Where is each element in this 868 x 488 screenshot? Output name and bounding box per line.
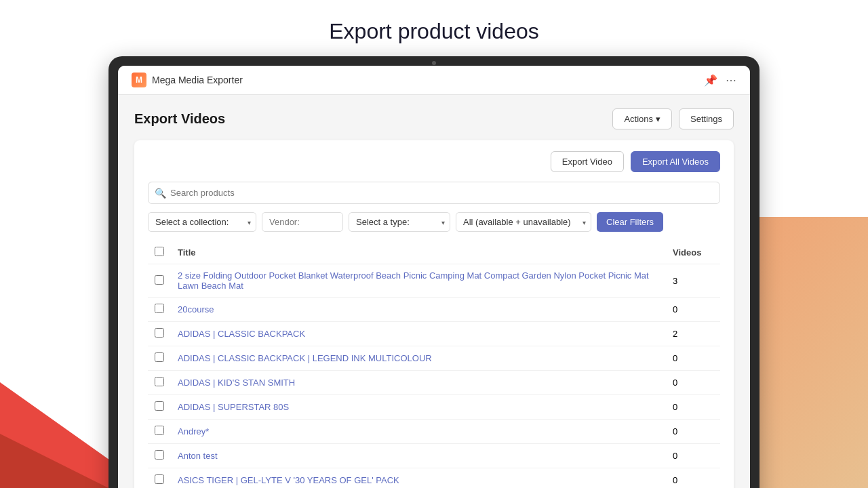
table-row: 20course0	[148, 298, 720, 322]
row-videos-count: 0	[666, 468, 720, 489]
search-container: 🔍	[148, 182, 720, 204]
product-title-link[interactable]: Andrey*	[178, 426, 209, 436]
vendor-filter-wrapper	[262, 212, 343, 232]
main-content: Export Videos Actions ▾ Settings Export …	[118, 95, 750, 488]
settings-button[interactable]: Settings	[679, 108, 734, 129]
tablet-screen: M Mega Media Exporter 📌 ⋯ Export Videos …	[118, 66, 750, 488]
row-title: ADIDAS | SUPERSTAR 80S	[171, 395, 666, 420]
row-checkbox[interactable]	[155, 426, 164, 435]
collection-filter[interactable]: Select a collection:	[148, 212, 256, 232]
row-checkbox[interactable]	[155, 450, 164, 460]
content-card: Export Video Export All Videos 🔍 Select …	[134, 140, 734, 488]
collection-filter-wrapper: Select a collection: ▾	[148, 212, 256, 232]
product-title-link[interactable]: ASICS TIGER | GEL-LYTE V '30 YEARS OF GE…	[178, 475, 399, 485]
row-checkbox-cell	[148, 264, 171, 298]
select-all-checkbox-header	[148, 241, 171, 264]
clear-filters-button[interactable]: Clear Filters	[597, 212, 663, 232]
row-checkbox[interactable]	[155, 401, 164, 411]
header-buttons: Actions ▾ Settings	[612, 108, 734, 129]
row-checkbox[interactable]	[155, 304, 164, 313]
page-subtitle: Export Videos	[134, 111, 225, 127]
row-videos-count: 0	[666, 444, 720, 468]
page-subheader: Export Videos Actions ▾ Settings	[134, 108, 734, 129]
row-videos-count: 0	[666, 371, 720, 395]
page-heading: Export product videos	[0, 0, 868, 56]
product-table-body: 2 size Folding Outdoor Pocket Blanket Wa…	[148, 264, 720, 489]
type-filter[interactable]: Select a type:	[349, 212, 450, 232]
table-row: 2 size Folding Outdoor Pocket Blanket Wa…	[148, 264, 720, 298]
table-header-row: Title Videos	[148, 241, 720, 264]
table-row: ADIDAS | SUPERSTAR 80S0	[148, 395, 720, 420]
more-options-icon[interactable]: ⋯	[726, 74, 736, 87]
tablet-camera	[432, 61, 436, 65]
app-header-actions: 📌 ⋯	[704, 74, 736, 87]
row-checkbox[interactable]	[155, 474, 164, 484]
app-title: Mega Media Exporter	[152, 75, 243, 85]
row-checkbox-cell	[148, 346, 171, 371]
actions-chevron-icon: ▾	[656, 114, 660, 124]
row-videos-count: 0	[666, 395, 720, 420]
table-row: ADIDAS | CLASSIC BACKPACK2	[148, 322, 720, 346]
row-title: ADIDAS | KID'S STAN SMITH	[171, 371, 666, 395]
row-title: Andrey*	[171, 420, 666, 444]
actions-button[interactable]: Actions ▾	[612, 108, 672, 129]
product-title-link[interactable]: ADIDAS | CLASSIC BACKPACK | LEGEND INK M…	[178, 353, 432, 363]
row-checkbox[interactable]	[155, 275, 164, 285]
table-row: ADIDAS | CLASSIC BACKPACK | LEGEND INK M…	[148, 346, 720, 371]
row-checkbox-cell	[148, 371, 171, 395]
title-column-header: Title	[171, 241, 666, 264]
videos-column-header: Videos	[666, 241, 720, 264]
type-filter-wrapper: Select a type: ▾	[349, 212, 450, 232]
table-row: ADIDAS | KID'S STAN SMITH0	[148, 371, 720, 395]
product-title-link[interactable]: ADIDAS | SUPERSTAR 80S	[178, 402, 289, 412]
row-title: 20course	[171, 298, 666, 322]
row-title: ASICS TIGER | GEL-LYTE V '30 YEARS OF GE…	[171, 468, 666, 489]
row-title: Anton test	[171, 444, 666, 468]
row-checkbox-cell	[148, 468, 171, 489]
select-all-checkbox[interactable]	[155, 247, 164, 256]
product-title-link[interactable]: ADIDAS | KID'S STAN SMITH	[178, 378, 295, 388]
product-table: Title Videos 2 size Folding Outdoor Pock…	[148, 241, 720, 488]
app-logo-icon: M	[132, 73, 146, 87]
card-top-bar: Export Video Export All Videos	[148, 151, 720, 172]
row-checkbox-cell	[148, 420, 171, 444]
row-title: ADIDAS | CLASSIC BACKPACK	[171, 322, 666, 346]
row-videos-count: 0	[666, 298, 720, 322]
table-row: Andrey*0	[148, 420, 720, 444]
row-videos-count: 2	[666, 322, 720, 346]
table-row: Anton test0	[148, 444, 720, 468]
product-title-link[interactable]: Anton test	[178, 451, 218, 461]
row-checkbox-cell	[148, 444, 171, 468]
export-all-videos-button[interactable]: Export All Videos	[631, 151, 720, 172]
availability-filter[interactable]: All (available + unavailable)	[456, 212, 591, 232]
product-title-link[interactable]: 20course	[178, 304, 214, 314]
row-title: 2 size Folding Outdoor Pocket Blanket Wa…	[171, 264, 666, 298]
availability-filter-wrapper: All (available + unavailable) ▾	[456, 212, 591, 232]
row-checkbox[interactable]	[155, 352, 164, 362]
product-title-link[interactable]: 2 size Folding Outdoor Pocket Blanket Wa…	[178, 270, 649, 291]
filters-row: Select a collection: ▾ Select a type: ▾	[148, 212, 720, 232]
table-row: ASICS TIGER | GEL-LYTE V '30 YEARS OF GE…	[148, 468, 720, 489]
app-header: M Mega Media Exporter 📌 ⋯	[118, 66, 750, 95]
search-input[interactable]	[148, 182, 720, 204]
vendor-filter[interactable]	[262, 212, 343, 232]
export-video-button[interactable]: Export Video	[551, 151, 624, 172]
row-checkbox[interactable]	[155, 377, 164, 386]
product-title-link[interactable]: ADIDAS | CLASSIC BACKPACK	[178, 329, 305, 339]
row-checkbox-cell	[148, 322, 171, 346]
row-checkbox-cell	[148, 395, 171, 420]
row-videos-count: 0	[666, 346, 720, 371]
row-checkbox[interactable]	[155, 328, 164, 338]
row-videos-count: 0	[666, 420, 720, 444]
tablet-frame: M Mega Media Exporter 📌 ⋯ Export Videos …	[108, 56, 760, 488]
search-icon: 🔍	[155, 188, 166, 199]
row-checkbox-cell	[148, 298, 171, 322]
row-videos-count: 3	[666, 264, 720, 298]
pin-icon[interactable]: 📌	[704, 74, 717, 87]
row-title: ADIDAS | CLASSIC BACKPACK | LEGEND INK M…	[171, 346, 666, 371]
app-logo-area: M Mega Media Exporter	[132, 73, 243, 87]
